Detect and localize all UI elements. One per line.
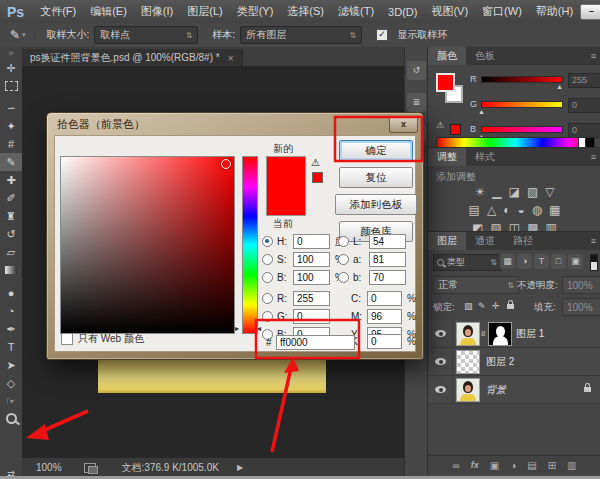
brightness-contrast-icon[interactable]: ☀ <box>475 185 486 199</box>
hue-slider-arrow-left[interactable]: ▸ <box>235 325 239 333</box>
b-value[interactable]: 0 <box>568 123 600 138</box>
gamut-color-chip[interactable] <box>312 172 323 183</box>
k-input[interactable]: 0 <box>367 334 402 349</box>
menu-image[interactable]: 图像(I) <box>134 4 180 19</box>
levels-icon[interactable]: ▁ <box>492 185 501 199</box>
show-ring-checkbox[interactable]: ✓ <box>376 29 388 41</box>
menu-filter[interactable]: 滤镜(T) <box>331 4 381 19</box>
radio-l[interactable] <box>338 236 349 247</box>
pen-tool[interactable]: ✒ <box>0 320 22 338</box>
a-input[interactable]: 81 <box>369 252 406 267</box>
type-tool[interactable]: T <box>0 338 22 356</box>
toolbar-collapse-icon[interactable]: » <box>0 47 22 59</box>
radio-lab-b[interactable] <box>338 272 349 283</box>
layer1-mask-thumbnail[interactable] <box>488 322 512 346</box>
r-slider[interactable] <box>481 76 563 83</box>
hand-tool[interactable]: ☞ <box>0 392 22 410</box>
r-input[interactable]: 255 <box>293 291 330 306</box>
radio-s[interactable] <box>262 254 273 265</box>
lock-all-icon[interactable] <box>507 304 514 309</box>
new-group-icon[interactable]: ▤ <box>527 460 536 471</box>
panel-foreground-swatch[interactable] <box>436 73 455 92</box>
visibility-cell[interactable] <box>428 348 453 375</box>
shape-tool[interactable]: ◇ <box>0 374 22 392</box>
ok-button[interactable]: 确定 <box>339 140 413 161</box>
eye-icon[interactable] <box>435 358 446 365</box>
brush-tool[interactable]: ✐ <box>0 189 22 207</box>
add-to-swatches-button[interactable]: 添加到色板 <box>335 194 417 215</box>
background-thumbnail[interactable] <box>456 378 480 402</box>
blur-tool[interactable]: ● <box>0 284 22 302</box>
r-value[interactable]: 255 <box>568 73 600 88</box>
menu-select[interactable]: 选择(S) <box>280 4 331 19</box>
layer-style-icon[interactable]: fx <box>471 460 479 470</box>
panel-menu-icon[interactable]: ≡ <box>591 232 600 250</box>
menu-window[interactable]: 窗口(W) <box>475 4 529 19</box>
lab-b-input[interactable]: 70 <box>369 270 406 285</box>
tab-styles[interactable]: 样式 <box>466 148 504 166</box>
sample-size-dropdown[interactable]: 取样点 ⇅ <box>94 26 198 44</box>
lock-position-icon[interactable]: ✛ <box>492 301 500 311</box>
eraser-tool[interactable]: ▱ <box>0 243 22 261</box>
layer1-thumbnail[interactable] <box>456 322 480 346</box>
radio-a[interactable] <box>338 254 349 265</box>
lock-pixels-icon[interactable]: ✎ <box>478 301 486 311</box>
tab-channels[interactable]: 通道 <box>466 232 504 250</box>
filter-shape-layers-icon[interactable]: □ <box>551 254 566 269</box>
new-adjustment-icon[interactable]: ◑ <box>510 460 516 471</box>
h-input[interactable]: 0 <box>293 234 330 249</box>
black-white-icon[interactable]: ◐ <box>503 203 510 217</box>
hue-slider[interactable] <box>242 156 258 334</box>
tab-paths[interactable]: 路径 <box>504 232 542 250</box>
menu-file[interactable]: 文件(F) <box>33 4 83 19</box>
layer-row-1[interactable]: 8 图层 1 <box>428 320 600 348</box>
visibility-cell[interactable] <box>428 376 453 403</box>
zoom-level[interactable]: 100% <box>36 462 62 473</box>
tab-color[interactable]: 颜色 <box>428 47 466 65</box>
g-input[interactable]: 0 <box>293 309 330 324</box>
dodge-tool[interactable]: ◔ <box>0 302 22 320</box>
r-slider-marker[interactable]: ▲ <box>556 83 563 90</box>
lock-transparency-icon[interactable]: ▨ <box>464 301 473 311</box>
eyedropper-tool[interactable]: ✎ <box>0 153 22 171</box>
new-layer-icon[interactable]: ⊞ <box>548 460 556 471</box>
color-balance-icon[interactable]: △ <box>487 203 496 217</box>
saturation-brightness-field[interactable] <box>60 156 235 334</box>
history-brush-tool[interactable]: ↺ <box>0 225 22 243</box>
crop-tool[interactable]: # <box>0 135 22 153</box>
c-input[interactable]: 0 <box>367 291 402 306</box>
menu-3d[interactable]: 3D(D) <box>381 6 424 18</box>
radio-b[interactable] <box>262 272 273 283</box>
layer-filter-dropdown[interactable]: 类型 ⇅ <box>433 254 501 271</box>
menu-layer[interactable]: 图层(L) <box>180 4 229 19</box>
add-mask-icon[interactable]: ▣ <box>490 460 499 471</box>
sample-dropdown[interactable]: 所有图层 ⇅ <box>240 26 362 44</box>
zoom-tool[interactable] <box>0 413 22 431</box>
menu-view[interactable]: 视图(V) <box>424 4 475 19</box>
lasso-tool[interactable]: ∽ <box>0 99 22 117</box>
reset-button[interactable]: 复位 <box>339 167 413 188</box>
move-tool[interactable]: ✛ <box>0 59 22 77</box>
m-input[interactable]: 96 <box>367 309 402 324</box>
menu-edit[interactable]: 编辑(E) <box>83 4 134 19</box>
b-input[interactable]: 100 <box>293 270 330 285</box>
color-field-cursor[interactable] <box>221 159 231 169</box>
opacity-dropdown[interactable]: 100% <box>562 276 600 294</box>
filter-adjustment-layers-icon[interactable]: ◑ <box>517 254 532 269</box>
hue-slider-arrow-right[interactable]: ◂ <box>257 325 261 333</box>
mask-link-icon[interactable]: 8 <box>481 329 485 338</box>
healing-brush-tool[interactable]: ✚ <box>0 171 22 189</box>
layer1-name[interactable]: 图层 1 <box>516 327 544 341</box>
panel-menu-icon[interactable]: ≡ <box>591 47 600 65</box>
exposure-icon[interactable]: ▧ <box>527 185 538 199</box>
minimize-button[interactable]: – <box>580 4 600 20</box>
link-layers-icon[interactable]: ∞ <box>453 460 460 471</box>
filter-smart-objects-icon[interactable]: ▣ <box>568 254 583 269</box>
b-slider[interactable] <box>481 126 563 133</box>
channel-mixer-icon[interactable]: ◍ <box>532 203 542 217</box>
radio-g[interactable] <box>262 311 273 322</box>
layer-row-2[interactable]: 图层 2 <box>428 348 600 376</box>
hex-input[interactable]: ff0000 <box>276 335 355 350</box>
web-colors-checkbox[interactable] <box>61 333 73 345</box>
layer2-thumbnail[interactable] <box>456 350 480 374</box>
